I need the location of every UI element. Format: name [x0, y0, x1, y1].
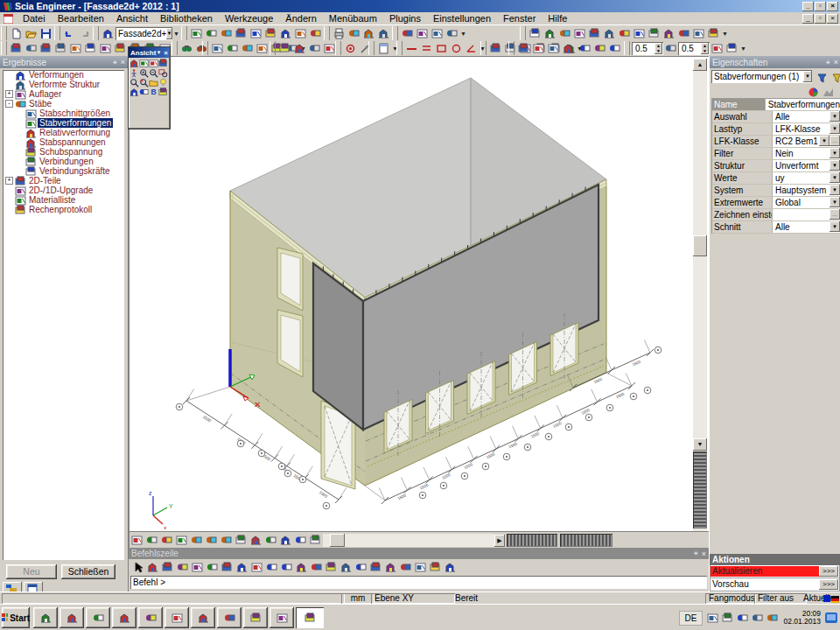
- deformation-icon[interactable]: [53, 41, 68, 55]
- volume-icon[interactable]: [750, 611, 765, 625]
- print-preview-icon[interactable]: [346, 26, 361, 40]
- window-blue-1-icon[interactable]: [277, 41, 292, 55]
- menu-bearbeiten[interactable]: Bearbeiten: [52, 13, 110, 24]
- toolbar-more-icon[interactable]: ▼: [459, 26, 467, 40]
- menu-hilfe[interactable]: Hilfe: [542, 13, 573, 24]
- chart-gray-icon[interactable]: [821, 85, 836, 99]
- escape-pointer-icon[interactable]: [130, 560, 145, 574]
- result-colored-3-icon[interactable]: [413, 560, 428, 574]
- close-panel-icon[interactable]: ×: [834, 58, 838, 66]
- dropdown-icon[interactable]: ▼: [830, 172, 840, 183]
- select-invert-icon[interactable]: [240, 41, 255, 55]
- copy-icon[interactable]: [234, 26, 248, 40]
- doc-color-icon[interactable]: [531, 41, 546, 55]
- menu-bibliotheken[interactable]: Bibliotheken: [154, 13, 219, 24]
- letters-ab-icon[interactable]: [546, 41, 561, 55]
- status-snap-mode[interactable]: Fangmodus: [705, 593, 756, 604]
- viewport-4-icon[interactable]: [572, 26, 587, 40]
- ansicht-toolbar-header[interactable]: Ansicht ▼ ×: [129, 47, 170, 58]
- viewport-9-icon[interactable]: [647, 26, 662, 40]
- property-row-werte[interactable]: Werteuy▼: [712, 172, 840, 185]
- select-remove-icon[interactable]: [225, 41, 240, 55]
- title-bar[interactable]: Scia Engineer - [Fassade2d+ 2012 : 1] _ …: [0, 0, 840, 12]
- result-colored-2-icon[interactable]: [398, 560, 413, 574]
- dropdown-icon[interactable]: ▼: [830, 221, 840, 232]
- integration-strip-icon[interactable]: [113, 41, 128, 55]
- tree-item-verformungen[interactable]: Verformungen: [3, 70, 124, 80]
- taskbar-app-chrome[interactable]: [164, 607, 189, 628]
- load-line-icon[interactable]: [279, 560, 294, 574]
- support-reaction-icon[interactable]: [83, 41, 98, 55]
- select-all-icon[interactable]: [255, 41, 270, 55]
- menu-menübaum[interactable]: Menübaum: [323, 13, 383, 24]
- image-icon[interactable]: [219, 26, 234, 40]
- toolbar-grip[interactable]: [1, 41, 7, 55]
- save-icon[interactable]: [38, 26, 53, 40]
- undo-icon[interactable]: [62, 26, 77, 40]
- menu-fenster[interactable]: Fenster: [497, 13, 542, 24]
- mesh-icon[interactable]: [293, 26, 308, 40]
- vertical-scrollbar[interactable]: ▲ ▼: [693, 59, 707, 531]
- binoculars-green-icon[interactable]: [179, 41, 194, 55]
- viewport-12-icon[interactable]: [691, 26, 706, 40]
- node-icon-icon[interactable]: [159, 534, 174, 548]
- printer-error-icon[interactable]: [720, 611, 735, 625]
- menu-werkzeuge[interactable]: Werkzeuge: [219, 13, 279, 24]
- toolbar-grip[interactable]: [480, 41, 486, 55]
- pin-icon[interactable]: ⌖: [694, 549, 698, 558]
- dropdown-icon[interactable]: ▼: [830, 197, 840, 207]
- result-colored-5-icon[interactable]: [443, 560, 458, 574]
- pin-icon[interactable]: ⌖: [826, 58, 830, 67]
- star-purple-icon[interactable]: [607, 41, 622, 55]
- globe-update-icon[interactable]: [765, 611, 780, 625]
- check-n-icon[interactable]: [488, 41, 503, 55]
- dropdown-icon[interactable]: ▼: [830, 111, 840, 122]
- window-blue-2-icon[interactable]: [292, 41, 307, 55]
- tree-item-rechenprotokoll[interactable]: Rechenprotokoll: [3, 205, 124, 214]
- tree-item-stabschnittgr-en[interactable]: Stabschnittgrößen: [3, 108, 124, 118]
- taskbar-app-paint-palette[interactable]: [270, 607, 294, 628]
- property-row-lasttyp[interactable]: LasttypLFK-Klasse▼: [712, 123, 840, 136]
- rectangle-red-icon[interactable]: [434, 41, 449, 55]
- slab-results-icon[interactable]: [98, 41, 113, 55]
- opening-icon-icon[interactable]: [220, 560, 234, 574]
- taskbar-app-yellow-arrows[interactable]: [191, 607, 215, 628]
- toolbar-grip[interactable]: [202, 41, 208, 55]
- wall-icon-icon[interactable]: [205, 560, 220, 574]
- taskbar-app-media-player[interactable]: [86, 607, 110, 628]
- horizontal-scroll-thumb[interactable]: [330, 534, 345, 547]
- viewport-8-icon[interactable]: [632, 26, 647, 40]
- select-cursor-icon[interactable]: [130, 534, 144, 548]
- viewport-6-icon[interactable]: [602, 26, 617, 40]
- plane-z-icon[interactable]: [278, 534, 293, 548]
- taskbar-app-tools-setup[interactable]: [138, 607, 163, 628]
- tray-s-icon[interactable]: [705, 611, 720, 625]
- tree-item-stabverformungen[interactable]: Stabverformungen: [3, 118, 124, 128]
- tree-item-2d-1d-upgrade[interactable]: 2D-/1D-Upgrade: [3, 186, 124, 195]
- taskbar-app-scia-active[interactable]: [296, 607, 324, 628]
- toolbar-more-icon[interactable]: ▼: [172, 26, 180, 40]
- shear-force-icon[interactable]: [24, 41, 38, 55]
- toolbar-more-icon[interactable]: ▼: [739, 41, 747, 55]
- tree-item-2d-teile[interactable]: +2D-Teile: [3, 176, 124, 186]
- ansicht-close-icon[interactable]: ×: [164, 49, 168, 57]
- table-icon[interactable]: [278, 26, 293, 40]
- viewport-7-icon[interactable]: [617, 26, 632, 40]
- dropdown-icon[interactable]: ▼: [830, 123, 840, 134]
- mesh-icon-icon[interactable]: [368, 560, 383, 574]
- target-red-icon[interactable]: [343, 41, 358, 55]
- layers-icon[interactable]: [444, 26, 459, 40]
- status-units[interactable]: mm: [341, 593, 374, 604]
- action-more-button[interactable]: >>>: [819, 579, 838, 590]
- model-canvas[interactable]: 1500150015001500150015001500150015001500…: [129, 56, 710, 549]
- toolbar-grip[interactable]: [624, 41, 630, 55]
- scroll-right-icon[interactable]: ▶: [494, 535, 505, 547]
- toolbar-grip[interactable]: [181, 26, 187, 40]
- paste-icon[interactable]: [248, 26, 263, 40]
- menu-plugins[interactable]: Plugins: [383, 13, 427, 24]
- check-t-icon[interactable]: [592, 41, 607, 55]
- results-panel-header[interactable]: Ergebnisse ⌖ ×: [0, 56, 128, 68]
- zoom-document-icon[interactable]: [415, 26, 430, 40]
- plane-xy-icon[interactable]: [248, 534, 263, 548]
- toolbar-grip[interactable]: [508, 41, 514, 55]
